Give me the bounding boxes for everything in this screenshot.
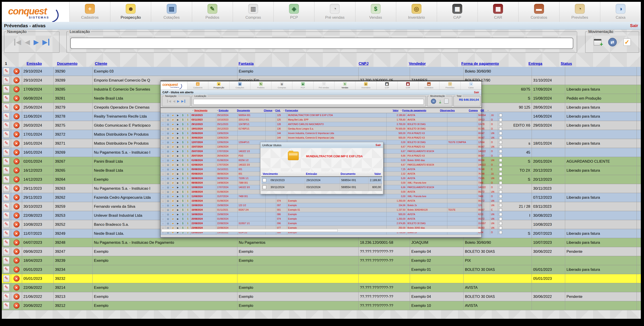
pointer-icon[interactable]: ▶ — [176, 203, 180, 208]
edit-row-icon[interactable]: ✎ — [3, 95, 10, 102]
folder-icon[interactable]: ▰ — [170, 154, 176, 158]
document-icon[interactable]: ▤ — [166, 158, 170, 162]
edit-row-icon[interactable]: ✎ — [3, 266, 10, 273]
dollar-green-icon[interactable]: $ — [180, 118, 186, 122]
toolbar-item-pedidos[interactable]: ✎Pedidos — [192, 2, 233, 22]
document-icon[interactable]: ▤ — [166, 126, 170, 131]
toolbar-item-cadastros[interactable]: +Cadastros — [70, 2, 110, 22]
dollar-green-icon[interactable]: $ — [180, 154, 186, 158]
cap-column-header-Fornecedor[interactable]: ▼Fornecedor — [282, 109, 380, 112]
document-icon[interactable]: ▤ — [166, 190, 170, 194]
filter-funnel-icon[interactable]: ▼ — [487, 110, 489, 111]
download-icon[interactable]: ↓ — [160, 154, 166, 158]
column-header-Entrega[interactable]: Entrega — [527, 62, 559, 67]
download-icon[interactable]: ↓ — [160, 118, 166, 122]
dollar-green-icon[interactable]: $ — [180, 212, 186, 216]
delete-row-icon[interactable]: ✕ — [14, 230, 20, 236]
pointer-icon[interactable]: ▶ — [176, 167, 180, 172]
cap-row-checkbox[interactable] — [499, 213, 502, 216]
dollar-yellow-icon[interactable]: $ — [186, 113, 190, 118]
dollar-yellow-icon[interactable]: $ — [186, 163, 190, 167]
cap-row-checkbox[interactable] — [499, 154, 502, 157]
dollar-green-icon[interactable]: $ — [180, 208, 186, 212]
pointer-icon[interactable]: ▶ — [176, 154, 180, 158]
download-icon[interactable]: ↓ — [160, 203, 166, 208]
cap-row-checkbox[interactable] — [499, 136, 502, 139]
delete-row-icon[interactable]: ✕ — [14, 104, 20, 110]
cap-row-checkbox[interactable] — [499, 132, 502, 135]
document-icon[interactable]: ▤ — [166, 185, 170, 190]
last-record-button[interactable]: ▶ — [42, 39, 49, 46]
folder-icon[interactable]: ▰ — [170, 118, 176, 122]
edit-row-icon[interactable]: ✎ — [3, 239, 10, 246]
dollar-yellow-icon[interactable]: $ — [186, 172, 190, 176]
download-icon[interactable]: ↓ — [160, 217, 166, 221]
toolbar-item-cota-es[interactable]: ▤Cotações — [151, 2, 192, 22]
folder-icon[interactable]: ▰ — [170, 126, 176, 131]
cap-row-checkbox[interactable] — [499, 168, 502, 171]
dollar-yellow-icon[interactable]: $ — [186, 212, 190, 216]
document-icon[interactable]: ▤ — [166, 140, 170, 144]
toolbar-item-compras[interactable]: ▥Compras — [271, 81, 292, 90]
download-icon[interactable]: ↓ — [160, 212, 166, 216]
pointer-icon[interactable]: ▶ — [176, 181, 180, 185]
folder-icon[interactable]: ▰ — [170, 149, 176, 154]
dollar-green-icon[interactable]: $ — [180, 136, 186, 140]
dollar-green-icon[interactable]: $ — [180, 158, 186, 162]
cap-table-row[interactable]: ↓▤▰▶$$16/08/202401/11/202100267 2/4001Ex… — [160, 208, 481, 212]
cap-row-checkbox[interactable] — [499, 218, 502, 220]
transfer-arrows-icon[interactable]: ⇄ — [608, 38, 617, 46]
pointer-icon[interactable]: ▶ — [176, 118, 180, 122]
download-icon[interactable]: ↓ — [160, 140, 166, 144]
edit-row-icon[interactable]: ✎ — [3, 275, 10, 282]
delete-row-icon[interactable]: ✕ — [14, 186, 20, 192]
folder-icon[interactable]: ▰ — [170, 163, 176, 167]
download-icon[interactable]: ↓ — [160, 145, 166, 149]
delete-row-icon[interactable]: ✕ — [14, 248, 20, 254]
cap-row-checkbox[interactable] — [499, 200, 502, 202]
column-header-Documento[interactable]: Documento — [55, 62, 93, 67]
column-header-Cliente[interactable]: Cliente — [93, 62, 237, 67]
delete-row-icon[interactable]: ✕ — [14, 168, 20, 174]
cap-row-checkbox[interactable] — [499, 123, 502, 126]
delete-row-icon[interactable]: ✕ — [14, 204, 20, 210]
pointer-icon[interactable]: ▶ — [176, 163, 180, 167]
toolbar-item-prospec-o[interactable]: ☻Prospecção — [208, 81, 229, 90]
edit-row-icon[interactable]: ✎ — [3, 203, 10, 210]
dollar-yellow-icon[interactable]: $ — [186, 203, 190, 208]
folder-icon[interactable]: ▰ — [170, 221, 176, 226]
cap-row-checkbox[interactable] — [499, 163, 502, 166]
download-icon[interactable]: ↓ — [160, 136, 166, 140]
folder-icon[interactable]: ▰ — [170, 122, 176, 126]
dollar-green-icon[interactable]: $ — [180, 113, 186, 118]
delete-row-icon[interactable]: ✕ — [14, 240, 20, 246]
folder-icon[interactable]: ▰ — [170, 181, 176, 185]
download-icon[interactable]: ↓ — [160, 113, 166, 118]
document-icon[interactable]: ▤ — [166, 118, 170, 122]
pointer-icon[interactable]: ▶ — [176, 172, 180, 176]
folder-icon[interactable]: ▰ — [170, 172, 176, 176]
toolbar-item-cota-es[interactable]: ▤Cotações — [229, 81, 250, 90]
dollar-yellow-icon[interactable]: $ — [186, 176, 190, 180]
cap-table-row[interactable]: ↓▤▰▶$$15/08/202401/08/2024074Exemplo1.25… — [160, 199, 481, 203]
delete-row-icon[interactable]: ✕ — [14, 140, 20, 146]
document-icon[interactable]: ▤ — [166, 199, 170, 203]
cap-table-row[interactable]: ↓▤▰▶$$30/06/202413/06/2024144Inoven Indu… — [160, 136, 481, 140]
download-icon[interactable]: ↓ — [160, 172, 166, 176]
dollar-yellow-icon[interactable]: $ — [186, 158, 190, 162]
toolbar-item-vendas[interactable]: $Vendas — [355, 2, 396, 22]
edit-row-icon[interactable]: ✎ — [3, 167, 10, 174]
edit-row-icon[interactable]: ✎ — [3, 131, 10, 138]
table-row[interactable]: ✎✕05/01/20233923205/01/202350,90 — [2, 274, 641, 283]
toolbar-item-pr-vendas[interactable]: ◔Pré vendas — [313, 81, 334, 90]
dollar-yellow-icon[interactable]: $ — [186, 190, 190, 194]
delete-row-icon[interactable]: ✕ — [14, 294, 20, 300]
dollar-yellow-icon[interactable]: $ — [186, 194, 190, 198]
column-header-Status[interactable]: Status — [559, 62, 629, 67]
document-icon[interactable]: ▤ — [166, 217, 170, 221]
search-input[interactable] — [70, 38, 573, 49]
cap-row-checkbox[interactable] — [499, 190, 502, 193]
cap-previous-record-button[interactable]: ◀ — [173, 100, 175, 103]
dollar-green-icon[interactable]: $ — [180, 140, 186, 144]
column-header-Vendedor[interactable]: Vendedor — [407, 62, 460, 67]
